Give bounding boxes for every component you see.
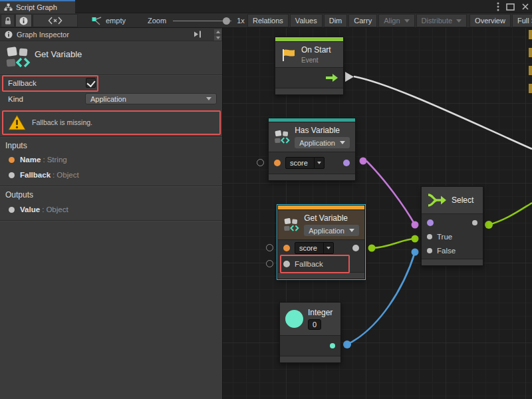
true-port-label: True [437, 233, 452, 241]
scroll-down-button[interactable] [214, 35, 221, 41]
wire-select-output [489, 203, 532, 225]
variable-kind-dropdown[interactable]: Application [295, 137, 350, 148]
result-output-port[interactable] [343, 160, 350, 166]
outputs-header: Outputs [5, 190, 33, 200]
node-select[interactable]: Select True False [421, 186, 483, 266]
close-icon[interactable] [521, 3, 529, 11]
kebab-menu-icon[interactable] [497, 2, 499, 11]
tab-label: Script Graph [16, 3, 57, 11]
selection-output-port[interactable] [472, 220, 477, 225]
integer-value-field[interactable]: 0 [308, 319, 321, 330]
info-toggle-button[interactable] [15, 14, 32, 27]
variable-colorbar [278, 205, 364, 210]
chevron-down-icon [404, 19, 410, 23]
wire-get-variable-to-select-true [372, 239, 415, 248]
zoom-slider-handle[interactable] [223, 17, 230, 25]
dim-button[interactable]: Dim [324, 14, 348, 27]
zoom-slider[interactable] [173, 21, 231, 21]
node-title: Has Variable [295, 126, 350, 135]
scroll-up-button[interactable] [214, 29, 221, 35]
port-dot [9, 157, 15, 163]
chevron-down-icon [456, 19, 462, 23]
name-input-port[interactable] [283, 245, 290, 251]
fallback-highlight-box [2, 75, 98, 92]
variable-name-field[interactable]: score [285, 157, 325, 169]
node-integer[interactable]: Integer 0 [279, 302, 341, 363]
chevron-down-icon [340, 141, 345, 144]
false-input-port[interactable] [427, 248, 432, 253]
zoom-value: 1x [237, 17, 245, 25]
field-dropdown[interactable] [314, 158, 324, 168]
fallback-port-highlight-box [280, 255, 350, 273]
input-pin-fallback: Fallback : Object [9, 171, 79, 179]
node-title: Select [452, 196, 473, 205]
dock-panel-icon[interactable] [194, 31, 202, 38]
unconnected-port-ring[interactable] [266, 244, 273, 251]
node-has-variable[interactable]: Has Variable Application score [268, 118, 356, 181]
variable-name-field[interactable]: score [295, 242, 334, 254]
carry-button[interactable]: Carry [348, 14, 377, 27]
relations-button[interactable]: Relations [247, 14, 289, 27]
warning-icon [8, 114, 26, 131]
kind-dropdown[interactable]: Application [85, 93, 217, 104]
value-input-port[interactable] [427, 219, 434, 226]
offscreen-node-edge [529, 30, 532, 39]
unconnected-port-ring[interactable] [257, 159, 264, 166]
unit-title: Get Variable [35, 49, 82, 59]
variables-icon [5, 45, 31, 70]
node-footer [422, 259, 483, 265]
info-icon [19, 17, 28, 25]
graph-reference[interactable]: empty [92, 13, 126, 28]
lock-icon [4, 17, 12, 25]
maximize-icon[interactable] [506, 3, 515, 11]
variable-kind-dropdown[interactable]: Application [304, 225, 359, 236]
true-input-port[interactable] [427, 234, 432, 239]
node-footer [269, 174, 355, 180]
node-title: Integer [308, 308, 332, 317]
zoom-control: Zoom 1x [148, 13, 245, 28]
flow-output-port[interactable] [326, 74, 338, 82]
event-colorbar [275, 37, 343, 42]
variables-icon [274, 127, 290, 147]
port-dot [9, 172, 15, 178]
distribute-button[interactable]: Distribute [416, 14, 467, 27]
inputs-header: Inputs [5, 141, 27, 150]
full-screen-button[interactable]: Full Screen [512, 14, 532, 27]
chevron-down-icon [206, 97, 211, 100]
overview-button[interactable]: Overview [469, 14, 511, 27]
kind-value: Application [90, 95, 126, 103]
lock-button[interactable] [1, 14, 15, 27]
node-subtitle: Event [301, 57, 331, 64]
tab-script-graph[interactable]: Script Graph [0, 0, 75, 13]
graph-canvas[interactable]: On Start Event [223, 28, 532, 399]
align-button[interactable]: Align [378, 14, 414, 27]
connection-icon [92, 17, 102, 25]
integer-literal-icon [285, 310, 303, 328]
wire-has-variable-to-select [366, 161, 415, 225]
node-footer [280, 356, 340, 362]
value-output-port[interactable] [352, 245, 359, 251]
offscreen-node-edge [529, 66, 532, 75]
graph-inspector-header: Graph Inspector [0, 28, 222, 41]
panel-scrollbar[interactable] [214, 29, 221, 41]
graph-toolbar: empty Zoom 1x Relations Values Dim Carry… [0, 13, 532, 28]
name-input-port[interactable] [274, 160, 281, 166]
code-icon [48, 17, 63, 25]
node-get-variable[interactable]: Get Variable Application score [277, 205, 365, 279]
info-icon [5, 31, 13, 39]
values-button[interactable]: Values [290, 14, 323, 27]
integer-output-port[interactable] [330, 343, 335, 348]
false-port-label: False [437, 247, 456, 255]
node-on-start[interactable]: On Start Event [275, 37, 344, 95]
unconnected-port-ring[interactable] [266, 260, 273, 267]
input-pin-name: Name : String [9, 156, 67, 164]
graph-inspector-panel: Graph Inspector Get Variable Fallback Ki… [0, 28, 223, 399]
wire-on-start [354, 76, 532, 149]
warning-text: Fallback is missing. [32, 118, 92, 126]
wire-layer [223, 28, 532, 399]
offscreen-node-edge [529, 84, 532, 93]
code-view-button[interactable] [33, 14, 78, 27]
wire-arrowhead [345, 72, 354, 82]
field-dropdown[interactable] [323, 243, 333, 253]
flag-icon [281, 48, 297, 62]
